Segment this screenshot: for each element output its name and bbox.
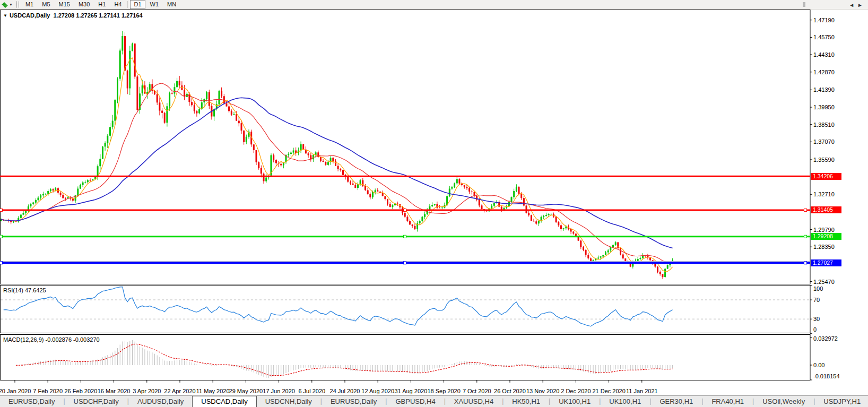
chart-tab-audusd-daily[interactable]: AUDUSD,Daily	[129, 396, 192, 407]
rsi-tick-label: 100	[813, 285, 823, 292]
price-tick-label: 1.45750	[813, 34, 835, 40]
price-tag-1.31405: 1.31405	[811, 206, 841, 213]
price-tick-label: 1.39950	[813, 104, 835, 110]
price-tick-label: 1.35590	[813, 157, 835, 163]
chart-tab-xauusd-h4[interactable]: XAUUSD,H4	[446, 396, 502, 407]
rsi-label: RSI(14) 47.6425	[3, 287, 46, 293]
macd-tick-label: 0.032972	[813, 335, 838, 342]
chart-title-ohlc: 1.27208 1.27265 1.27141 1.27164	[53, 12, 142, 19]
hline-handle[interactable]	[0, 235, 3, 238]
rsi-panel[interactable]	[1, 285, 811, 333]
price-tag-1.27027: 1.27027	[811, 259, 841, 266]
price-tag-1.29208: 1.29208	[811, 233, 841, 240]
hline-handle[interactable]	[404, 262, 406, 264]
rsi-tick-label: 0	[813, 326, 817, 333]
hline-handle[interactable]	[404, 235, 406, 238]
chart-tab-fra40-h1[interactable]: FRA40,H1	[703, 396, 752, 407]
chart-tab-usdjpy-h1[interactable]: USDJPY,H1	[815, 396, 868, 407]
chart-title-symbol: USDCAD,Daily	[10, 12, 50, 19]
rsi-tick-label: 30	[813, 316, 820, 322]
hline-handle[interactable]	[804, 235, 807, 238]
chart-tab-bar: EURUSD,Daily|USDCHF,Daily|AUDUSD,DailyUS…	[0, 395, 868, 407]
chart-tab-gbpusd-h4[interactable]: GBPUSD,H4	[387, 396, 444, 407]
price-tick-label: 1.28350	[813, 244, 835, 250]
price-tick-label: 1.38510	[813, 122, 835, 128]
chart-tab-hk50-h1[interactable]: HK50,H1	[504, 396, 549, 407]
price-tick-label: 1.42870	[813, 69, 835, 75]
price-tick-label: 1.25470	[813, 279, 835, 285]
application-window: ▼ M1M5M15M30H1H4D1W1MN ▼USDCAD,Daily 1.2…	[0, 0, 868, 407]
rsi-tick-label: 70	[813, 297, 820, 303]
price-tag-1.34206: 1.34206	[811, 173, 841, 180]
price-tick-label: 1.29790	[813, 227, 835, 233]
chart-surface[interactable]	[0, 0, 868, 407]
chart-tab-uk100-h1[interactable]: UK100,H1	[601, 396, 649, 407]
date-tick-label: 11 Jan 2021	[618, 388, 666, 394]
price-tick-label: 1.44310	[813, 51, 835, 58]
hline-handle[interactable]	[0, 262, 3, 264]
price-tick-label: 1.32710	[813, 191, 835, 197]
chart-tab-usdchf-daily[interactable]: USDCHF,Daily	[65, 396, 127, 407]
chart-title: ▼USDCAD,Daily 1.27208 1.27265 1.27141 1.…	[3, 12, 143, 19]
hline-handle[interactable]	[804, 262, 807, 264]
macd-tick-label: -0.018154	[813, 373, 840, 379]
chart-tab-usdcnh-daily[interactable]: USDCNH,Daily	[257, 396, 320, 407]
chart-tab-eurusd-daily[interactable]: EURUSD,Daily	[322, 396, 385, 407]
chart-tab-usdcad-daily[interactable]: USDCAD,Daily	[192, 396, 256, 407]
chart-tab-usoil-weekly[interactable]: USOil,Weekly	[754, 396, 813, 407]
chart-tab-uk100-h1[interactable]: UK100,H1	[550, 396, 599, 407]
chart-tab-ger30-h1[interactable]: GER30,H1	[651, 396, 701, 407]
macd-tick-label: 0.00	[813, 362, 824, 368]
hline-handle[interactable]	[404, 209, 406, 211]
chart-tab-eurusd-daily[interactable]: EURUSD,Daily	[0, 396, 63, 407]
macd-label: MACD(12,26,9) -0.002876 -0.003270	[3, 336, 100, 343]
price-tick-label: 1.41390	[813, 86, 835, 93]
collapse-icon[interactable]: ▼	[3, 13, 7, 18]
macd-panel[interactable]	[1, 335, 811, 380]
price-tick-label: 1.47190	[813, 17, 835, 23]
price-tick-label: 1.37070	[813, 138, 835, 145]
hline-handle[interactable]	[804, 209, 807, 211]
hline-handle[interactable]	[0, 209, 3, 211]
